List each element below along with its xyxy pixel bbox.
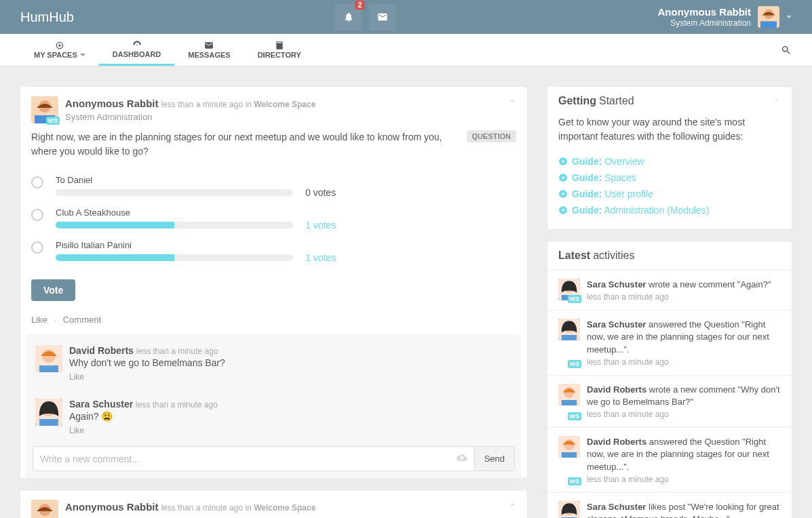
post-time: less than a minute ago in Welcome Space (161, 100, 315, 109)
caret-icon (80, 54, 85, 56)
avatar[interactable] (758, 6, 779, 28)
brand-logo[interactable]: HumHub (20, 9, 74, 25)
poll-radio[interactable] (31, 241, 43, 254)
post-options[interactable] (508, 96, 516, 107)
send-button[interactable]: Send (474, 446, 515, 471)
mail-button[interactable] (369, 3, 396, 31)
post-text: Right now, we are in the planning stages… (31, 130, 516, 159)
guide-link[interactable]: Guide: Spaces (558, 170, 781, 186)
current-user-role: System Administration (658, 18, 752, 28)
nav-messages[interactable]: MESSAGES (174, 34, 244, 66)
poll-votes[interactable]: 1 votes (305, 240, 516, 263)
search-button[interactable] (781, 34, 792, 66)
bell-icon (343, 12, 354, 22)
post-2: WS Anonymous Rabbit less than a minute a… (20, 490, 527, 518)
main-nav: MY SPACES DASHBOARD MESSAGES DIRECTORY (0, 34, 812, 66)
guide-link[interactable]: Guide: Overview (558, 153, 781, 170)
comment-author[interactable]: David Roberts (69, 345, 134, 356)
collapse-toggle[interactable] (773, 95, 781, 107)
poll-post: WS Anonymous Rabbit less than a minute a… (20, 87, 527, 478)
poll-bar (56, 254, 293, 261)
nav-directory[interactable]: DIRECTORY (244, 34, 315, 66)
comment: Sara Schuster less than a minute ago Aga… (33, 390, 515, 439)
activity-item[interactable]: WS Sara Schuster wrote a new comment "Ag… (547, 270, 792, 310)
chevron-down-icon[interactable] (786, 16, 792, 18)
activity-time: less than a minute ago (587, 292, 781, 302)
account-menu[interactable]: Anonymous Rabbit System Administration (658, 6, 752, 28)
avatar[interactable] (35, 345, 62, 372)
avatar[interactable] (35, 399, 62, 426)
dashboard-icon (132, 40, 142, 49)
space-badge: WS (568, 477, 582, 485)
poll-votes[interactable]: 1 votes (305, 207, 516, 231)
poll: To Daniel 0 votes Club A Steakhouse 1 vo… (20, 168, 527, 263)
poll-votes: 0 votes (305, 175, 516, 198)
vote-button[interactable]: Vote (31, 279, 75, 301)
latest-activities-panel: Latest activities WS Sara Schuster wrote… (547, 241, 792, 518)
mail-icon (204, 41, 214, 50)
poll-bar (56, 189, 293, 196)
like-link[interactable]: Like (31, 315, 47, 325)
comment-input[interactable]: Write a new comment... (33, 446, 474, 471)
poll-option-label: Club A Steakhouse (56, 207, 293, 218)
target-icon (55, 41, 64, 50)
poll-radio[interactable] (31, 176, 43, 188)
space-badge: WS (46, 117, 60, 125)
poll-option-label: To Daniel (56, 175, 293, 185)
svg-point-4 (58, 44, 61, 47)
post-author[interactable]: Anonymous Rabbit (65, 98, 159, 109)
chevron-down-icon (508, 97, 516, 105)
post-options[interactable] (508, 500, 516, 511)
guide-link[interactable]: Guide: Administration (Modules) (558, 202, 781, 218)
book-icon (275, 41, 284, 50)
activity-item[interactable]: WS Sara Schuster answered the Question "… (547, 310, 792, 375)
svg-rect-10 (39, 365, 58, 372)
post-author[interactable]: Anonymous Rabbit (65, 501, 159, 513)
svg-rect-22 (562, 335, 577, 340)
avatar (558, 384, 580, 405)
avatar (558, 501, 580, 518)
activity-text: Sara Schuster likes post "We're looking … (587, 501, 781, 518)
activity-item[interactable]: WS David Roberts wrote a new comment "Wh… (547, 375, 792, 427)
comment-time: less than a minute ago (136, 400, 218, 410)
upload-icon[interactable] (457, 452, 467, 465)
avatar[interactable] (31, 500, 58, 518)
play-circle-icon (558, 189, 568, 199)
comment-link[interactable]: Comment (63, 315, 101, 325)
activity-item[interactable]: WS David Roberts answered the Question "… (547, 427, 792, 492)
activity-time: less than a minute ago (587, 357, 781, 367)
activity-item[interactable]: WS Sara Schuster likes post "We're looki… (547, 492, 792, 518)
chevron-down-icon (773, 96, 781, 104)
notifications-button[interactable]: 2 (335, 3, 362, 31)
comment-like[interactable]: Like (69, 372, 512, 382)
avatar (558, 436, 580, 458)
activity-time: less than a minute ago (587, 475, 781, 484)
question-tag: QUESTION (467, 130, 516, 142)
current-user-name: Anonymous Rabbit (658, 6, 752, 18)
chevron-down-icon (508, 500, 516, 509)
play-circle-icon (558, 157, 568, 166)
space-badge: WS (568, 295, 582, 303)
topbar: HumHub 2 Anonymous Rabbit System Adminis… (0, 0, 812, 34)
comments-section: David Roberts less than a minute ago Why… (26, 334, 522, 478)
post-actions: Like · Comment (20, 311, 527, 334)
comment-author[interactable]: Sara Schuster (69, 399, 133, 410)
comment-text: Why don't we go to Bemelmans Bar? (69, 357, 512, 368)
nav-my-spaces[interactable]: MY SPACES (20, 34, 99, 66)
post-time: less than a minute ago in Welcome Space (161, 503, 315, 513)
guide-link[interactable]: Guide: User profile (558, 186, 781, 202)
getting-started-panel: Getting Started Get to know your way aro… (547, 87, 792, 229)
play-circle-icon (558, 173, 568, 182)
avatar (558, 319, 580, 340)
svg-rect-2 (760, 21, 777, 28)
activity-text: David Roberts wrote a new comment "Why d… (587, 384, 781, 408)
search-icon (781, 45, 792, 56)
activity-text: Sara Schuster answered the Question "Rig… (587, 319, 781, 356)
svg-rect-25 (562, 400, 577, 405)
nav-dashboard[interactable]: DASHBOARD (99, 34, 175, 66)
space-badge: WS (568, 360, 582, 368)
post-subtitle: System Administration (65, 111, 516, 123)
comment-like[interactable]: Like (69, 426, 512, 435)
poll-radio[interactable] (31, 209, 43, 221)
comment-text: Again? 😩 (69, 411, 512, 422)
